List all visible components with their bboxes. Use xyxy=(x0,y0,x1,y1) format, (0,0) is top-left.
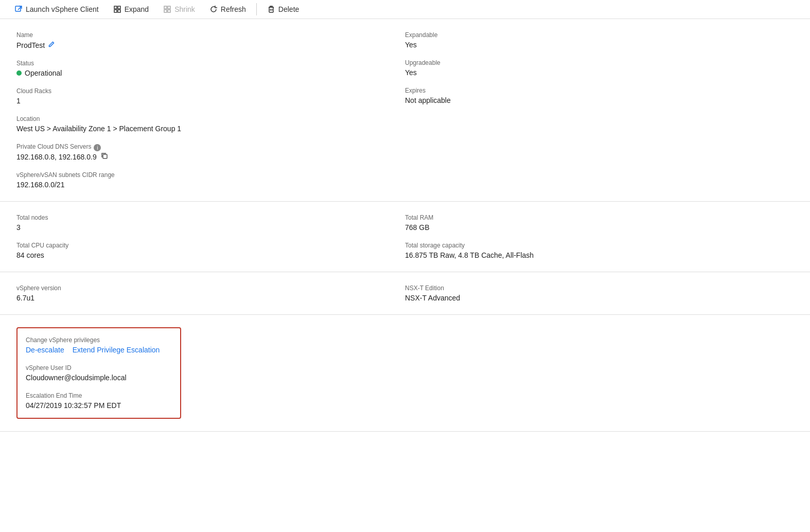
launch-icon xyxy=(14,5,23,13)
refresh-button[interactable]: Refresh xyxy=(203,3,252,15)
location-value: West US > Availability Zone 1 > Placemen… xyxy=(16,125,405,133)
vsphere-version-label: vSphere version xyxy=(16,285,405,292)
extend-privilege-link[interactable]: Extend Privilege Escalation xyxy=(73,346,160,354)
toolbar: Launch vSphere Client Expand Shrink xyxy=(0,0,810,19)
launch-label: Launch vSphere Client xyxy=(26,5,99,13)
svg-rect-3 xyxy=(118,6,120,9)
nsx-edition-field: NSX-T Edition NSX-T Advanced xyxy=(405,285,794,302)
svg-line-1 xyxy=(18,6,22,10)
escalation-end-time-field: Escalation End Time 04/27/2019 10:32:57 … xyxy=(26,392,172,410)
software-section: vSphere version 6.7u1 NSX-T Edition NSX-… xyxy=(0,272,810,315)
change-privileges-field: Change vSphere privileges De-escalate Ex… xyxy=(26,336,172,354)
refresh-label: Refresh xyxy=(221,5,246,13)
nsx-edition-label: NSX-T Edition xyxy=(405,285,794,292)
refresh-icon xyxy=(209,5,218,13)
cloud-racks-label: Cloud Racks xyxy=(16,87,405,95)
status-row: Operational xyxy=(16,69,405,77)
total-cpu-field: Total CPU capacity 84 cores xyxy=(16,242,405,259)
total-ram-field: Total RAM 768 GB xyxy=(405,214,794,232)
svg-rect-10 xyxy=(269,7,273,12)
cloud-racks-value: 1 xyxy=(16,97,405,105)
name-value: ProdTest xyxy=(16,41,45,49)
name-field: Name ProdTest xyxy=(16,31,405,49)
delete-icon xyxy=(267,5,275,13)
vsphere-user-id-label: vSphere User ID xyxy=(26,364,172,371)
dns-label: Private Cloud DNS Servers xyxy=(16,143,91,150)
escalation-box: Change vSphere privileges De-escalate Ex… xyxy=(16,327,181,419)
capacity-left: Total nodes 3 Total CPU capacity 84 core… xyxy=(16,214,405,259)
de-escalate-link[interactable]: De-escalate xyxy=(26,346,64,354)
expandable-value: Yes xyxy=(405,41,794,49)
total-nodes-label: Total nodes xyxy=(16,214,405,221)
shrink-button[interactable]: Shrink xyxy=(157,3,201,15)
toolbar-separator xyxy=(256,3,257,15)
total-nodes-field: Total nodes 3 xyxy=(16,214,405,232)
escalation-links: De-escalate Extend Privilege Escalation xyxy=(26,346,172,354)
status-dot xyxy=(16,70,22,76)
delete-label: Delete xyxy=(278,5,299,13)
shrink-label: Shrink xyxy=(174,5,195,13)
vsphere-user-id-field: vSphere User ID Cloudowner@cloudsimple.l… xyxy=(26,364,172,382)
escalation-section: Change vSphere privileges De-escalate Ex… xyxy=(0,315,810,432)
svg-rect-7 xyxy=(168,6,170,9)
total-storage-field: Total storage capacity 16.875 TB Raw, 4.… xyxy=(405,242,794,259)
dns-row: 192.168.0.8, 192.168.0.9 xyxy=(16,152,405,161)
expires-label: Expires xyxy=(405,87,794,94)
svg-rect-6 xyxy=(164,6,167,9)
location-label: Location xyxy=(16,115,405,122)
shrink-icon xyxy=(163,5,171,13)
total-storage-label: Total storage capacity xyxy=(405,242,794,249)
main-content: Name ProdTest Status Operati xyxy=(0,19,810,432)
total-cpu-label: Total CPU capacity xyxy=(16,242,405,249)
svg-rect-8 xyxy=(164,10,167,12)
status-label: Status xyxy=(16,60,405,67)
change-privileges-label: Change vSphere privileges xyxy=(26,336,172,344)
upgradeable-value: Yes xyxy=(405,68,794,77)
total-ram-value: 768 GB xyxy=(405,223,794,232)
total-ram-label: Total RAM xyxy=(405,214,794,221)
cidr-field: vSphere/vSAN subnets CIDR range 192.168.… xyxy=(16,171,405,189)
status-value: Operational xyxy=(25,69,62,77)
svg-rect-2 xyxy=(114,6,117,9)
vsphere-version-value: 6.7u1 xyxy=(16,294,405,302)
expand-label: Expand xyxy=(125,5,149,13)
cidr-value: 192.168.0.0/21 xyxy=(16,181,405,189)
dns-field: Private Cloud DNS Servers i 192.168.0.8,… xyxy=(16,143,405,161)
vsphere-version-field: vSphere version 6.7u1 xyxy=(16,285,405,302)
name-row: ProdTest xyxy=(16,41,405,49)
name-label: Name xyxy=(16,31,405,39)
dns-value: 192.168.0.8, 192.168.0.9 xyxy=(16,153,97,161)
expand-icon xyxy=(113,5,121,13)
expandable-label: Expandable xyxy=(405,31,794,39)
expand-button[interactable]: Expand xyxy=(107,3,155,15)
cloud-racks-field: Cloud Racks 1 xyxy=(16,87,405,105)
expandable-field: Expandable Yes xyxy=(405,31,794,49)
capacity-section: Total nodes 3 Total CPU capacity 84 core… xyxy=(0,202,810,272)
location-field: Location West US > Availability Zone 1 >… xyxy=(16,115,405,133)
upgradeable-field: Upgradeable Yes xyxy=(405,59,794,77)
escalation-end-time-label: Escalation End Time xyxy=(26,392,172,399)
total-nodes-value: 3 xyxy=(16,223,405,232)
escalation-end-time-value: 04/27/2019 10:32:57 PM EDT xyxy=(26,401,172,410)
software-left: vSphere version 6.7u1 xyxy=(16,285,405,302)
identity-left: Name ProdTest Status Operati xyxy=(16,31,405,189)
status-field: Status Operational xyxy=(16,60,405,77)
identity-right: Expandable Yes Upgradeable Yes Expires N… xyxy=(405,31,794,189)
upgradeable-label: Upgradeable xyxy=(405,59,794,66)
dns-info-icon[interactable]: i xyxy=(94,144,101,151)
svg-rect-13 xyxy=(103,154,107,158)
capacity-right: Total RAM 768 GB Total storage capacity … xyxy=(405,214,794,259)
expires-value: Not applicable xyxy=(405,96,794,104)
cidr-label: vSphere/vSAN subnets CIDR range xyxy=(16,171,405,179)
edit-icon[interactable] xyxy=(48,41,55,49)
software-right: NSX-T Edition NSX-T Advanced xyxy=(405,285,794,302)
expires-field: Expires Not applicable xyxy=(405,87,794,104)
launch-vsphere-button[interactable]: Launch vSphere Client xyxy=(8,3,105,15)
delete-button[interactable]: Delete xyxy=(261,3,305,15)
vsphere-user-id-value: Cloudowner@cloudsimple.local xyxy=(26,374,172,382)
identity-section: Name ProdTest Status Operati xyxy=(0,19,810,202)
copy-icon[interactable] xyxy=(101,152,108,161)
svg-rect-0 xyxy=(15,6,21,11)
nsx-edition-value: NSX-T Advanced xyxy=(405,294,794,302)
svg-rect-5 xyxy=(118,10,120,12)
